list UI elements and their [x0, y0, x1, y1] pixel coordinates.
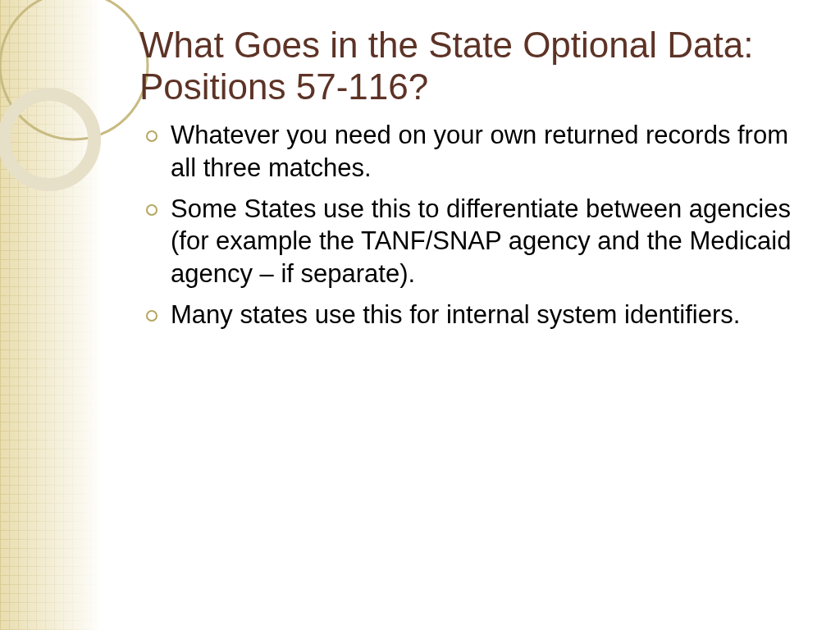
- list-item: Many states use this for internal system…: [171, 299, 812, 331]
- slide-title: What Goes in the State Optional Data: Po…: [139, 25, 812, 107]
- list-item: Some States use this to differentiate be…: [171, 193, 812, 290]
- list-item: Whatever you need on your own returned r…: [171, 119, 812, 184]
- bullet-list: Whatever you need on your own returned r…: [139, 119, 812, 331]
- slide-content: What Goes in the State Optional Data: Po…: [139, 25, 812, 339]
- decorative-left-band: [0, 0, 98, 630]
- slide: What Goes in the State Optional Data: Po…: [0, 0, 840, 630]
